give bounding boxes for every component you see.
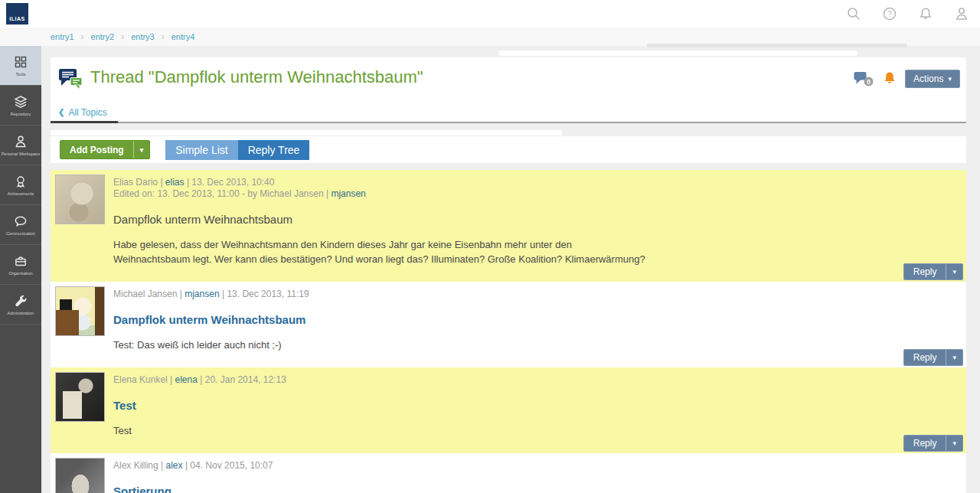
sidebar-item-achievements[interactable]: Achievements xyxy=(0,165,41,205)
post-date: 20. Jan 2014, 12:13 xyxy=(205,374,286,385)
post-body: Habe gelesen, dass der Weihnachtsmann de… xyxy=(113,237,802,266)
all-topics-tab: ❮ All Topics xyxy=(51,103,118,123)
post-subject: Dampflok unterm Weihnachtsbaum xyxy=(113,213,963,226)
ilias-logo-text: ILIAS xyxy=(9,16,24,24)
add-posting-button[interactable]: Add Posting ▾ xyxy=(60,140,150,159)
post-subject-link[interactable]: Sortierung xyxy=(113,485,963,493)
thread-header: Thread "Dampflok unterm Weihnachtsbaum" … xyxy=(51,57,966,123)
avatar xyxy=(55,458,105,493)
post-date: 13. Dec 2013, 11:19 xyxy=(227,289,309,299)
search-button[interactable] xyxy=(846,6,861,21)
breadcrumb-separator: › xyxy=(81,31,84,42)
notifications-button[interactable] xyxy=(918,6,933,21)
post-username-link[interactable]: elena xyxy=(175,374,198,385)
actions-button[interactable]: Actions ▾ xyxy=(905,70,960,88)
sidebar-item-administration[interactable]: Administration xyxy=(0,285,41,325)
post-elena-kunkel: Elena Kunkel | elena | 20. Jan 2014, 12:… xyxy=(51,367,966,453)
comments-count-icon[interactable]: 0 xyxy=(854,71,874,87)
post-body: Test xyxy=(113,423,802,438)
post-body: Test: Das weiß ich leider auch nicht ;-) xyxy=(113,338,802,352)
post-username-link[interactable]: mjansen xyxy=(185,289,219,299)
breadcrumb-separator: › xyxy=(162,31,165,42)
page-title: Thread "Dampflok unterm Weihnachtsbaum" xyxy=(90,67,423,87)
add-posting-dropdown[interactable]: ▾ xyxy=(133,141,150,158)
briefcase-icon xyxy=(13,253,28,269)
svg-text:?: ? xyxy=(887,10,892,18)
post-author: Michael Jansen xyxy=(113,289,177,299)
all-topics-link[interactable]: ❮ All Topics xyxy=(58,107,107,118)
post-username-link[interactable]: alex xyxy=(166,460,183,471)
grid-icon xyxy=(13,54,28,70)
notification-bell-icon[interactable] xyxy=(883,71,897,87)
avatar xyxy=(55,286,105,336)
sidebar-item-label: Administration xyxy=(8,311,34,315)
reply-dropdown[interactable]: ▾ xyxy=(946,436,962,451)
post-author: Alex Killing xyxy=(113,460,158,471)
reply-dropdown[interactable]: ▾ xyxy=(946,264,962,279)
meta-separator: | xyxy=(187,177,189,188)
post-michael-jansen: Michael Jansen | mjansen | 13. Dec 2013,… xyxy=(51,282,966,367)
reply-button-label: Reply xyxy=(904,264,946,279)
chevron-down-icon: ▾ xyxy=(952,439,956,447)
avatar xyxy=(55,175,105,224)
breadcrumb-separator: › xyxy=(121,31,124,42)
reply-button-label: Reply xyxy=(904,350,946,365)
chevron-down-icon: ▾ xyxy=(140,146,144,154)
post-elias-dario: Elias Dario | elias | 13. Dec 2013, 10:4… xyxy=(51,170,966,282)
help-icon: ? xyxy=(882,6,897,21)
post-author: Elena Kunkel xyxy=(113,374,168,385)
view-reply-tree-button[interactable]: Reply Tree xyxy=(238,140,310,160)
sidebar-item-repository[interactable]: Repository xyxy=(0,86,41,126)
breadcrumb-item-2[interactable]: entry2 xyxy=(91,32,115,41)
meta-separator: | xyxy=(160,177,162,188)
bell-icon xyxy=(918,6,933,21)
reply-button[interactable]: Reply ▾ xyxy=(903,263,963,280)
add-posting-label: Add Posting xyxy=(60,141,133,158)
post-subject-link[interactable]: Test xyxy=(113,399,963,412)
chevron-down-icon: ▾ xyxy=(952,268,956,276)
help-button[interactable]: ? xyxy=(882,6,897,21)
view-mode-toggle: Simple List Reply Tree xyxy=(165,140,309,160)
sidebar-item-communication[interactable]: Communication xyxy=(0,205,41,245)
view-simple-list-button[interactable]: Simple List xyxy=(165,140,237,160)
chevron-left-icon: ❮ xyxy=(58,108,64,116)
sidebar-item-personal-workspace[interactable]: Personal Workspace xyxy=(0,126,41,165)
post-meta: Elias Dario | elias | 13. Dec 2013, 10:4… xyxy=(113,177,963,188)
topbar-icons: ? xyxy=(846,6,969,21)
chevron-down-icon: ▾ xyxy=(952,354,956,361)
post-username-link[interactable]: elias xyxy=(165,177,185,188)
ilias-forum-screen: ILIAS ? xyxy=(0,0,980,493)
reply-button[interactable]: Reply ▾ xyxy=(903,435,963,452)
reply-dropdown[interactable]: ▾ xyxy=(946,350,962,365)
breadcrumb-item-4[interactable]: entry4 xyxy=(172,32,195,41)
thread-header-controls: 0 Actions ▾ xyxy=(854,70,960,88)
sidebar-item-label: Communication xyxy=(6,231,35,236)
breadcrumb-item-1[interactable]: entry1 xyxy=(51,32,74,41)
sidebar-item-tools[interactable]: Tools xyxy=(0,46,41,86)
reply-button-label: Reply xyxy=(904,436,946,451)
post-subject-link[interactable]: Dampflok unterm Weihnachtsbaum xyxy=(113,313,963,326)
view-reply-tree-label: Reply Tree xyxy=(248,144,300,156)
main-sidebar: Tools Repository Personal Workspace Achi… xyxy=(0,46,41,493)
meta-separator: | xyxy=(185,460,188,471)
posts-list: Elias Dario | elias | 13. Dec 2013, 10:4… xyxy=(51,170,966,493)
breadcrumb-item-3[interactable]: entry3 xyxy=(131,32,155,41)
decoration-strip xyxy=(51,130,562,135)
comments-badge: 0 xyxy=(867,77,871,85)
sidebar-item-organisation[interactable]: Organisation xyxy=(0,245,41,285)
chevron-down-icon: ▾ xyxy=(948,75,952,83)
sidebar-item-label: Repository xyxy=(11,112,31,116)
sidebar-item-label: Tools xyxy=(16,72,26,77)
post-alex-killing: Alex Killing | alex | 04. Nov 2015, 10:0… xyxy=(51,453,966,493)
reply-button[interactable]: Reply ▾ xyxy=(903,349,963,366)
ribbon-icon xyxy=(13,174,28,189)
top-bar: ILIAS ? xyxy=(0,0,980,28)
meta-separator: | xyxy=(222,289,224,299)
forum-icon xyxy=(58,68,86,91)
post-edited-text: Edited on: 13. Dec 2013, 11:00 - by Mich… xyxy=(113,188,328,199)
post-edited-username-link[interactable]: mjansen xyxy=(331,188,365,199)
sidebar-item-label: Personal Workspace xyxy=(2,152,41,156)
ilias-logo[interactable]: ILIAS xyxy=(6,3,28,24)
user-menu-button[interactable] xyxy=(954,6,969,21)
decoration-bar-white xyxy=(499,51,858,56)
